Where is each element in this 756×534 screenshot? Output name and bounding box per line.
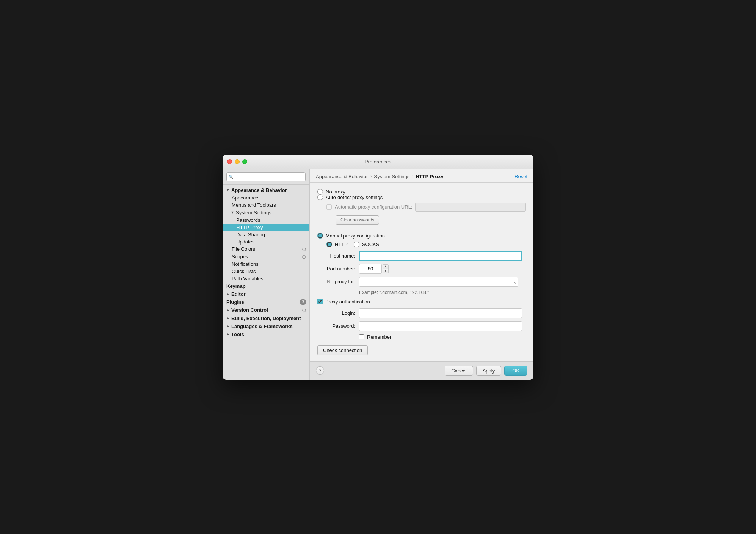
arrow-right-tools-icon bbox=[226, 332, 230, 336]
sidebar-item-file-colors[interactable]: File Colors ⊙ bbox=[223, 245, 309, 253]
breadcrumb-http-proxy: HTTP Proxy bbox=[416, 174, 443, 179]
no-proxy-radio[interactable] bbox=[317, 189, 323, 195]
sidebar-system-settings-label: System Settings bbox=[236, 210, 271, 215]
bottom-left: ? bbox=[316, 366, 324, 375]
remember-label: Remember bbox=[367, 334, 391, 340]
sidebar-item-system-settings[interactable]: System Settings bbox=[223, 209, 309, 217]
auto-detect-radio[interactable] bbox=[317, 195, 323, 200]
clear-passwords-wrap: Clear passwords bbox=[326, 215, 526, 229]
http-radio[interactable] bbox=[326, 242, 332, 247]
plugins-label: Plugins bbox=[226, 299, 244, 305]
no-proxy-for-label: No proxy for: bbox=[317, 279, 355, 284]
host-name-input[interactable] bbox=[359, 251, 522, 261]
bottom-right: Cancel Apply OK bbox=[445, 366, 527, 376]
sidebar-item-quick-lists[interactable]: Quick Lists bbox=[223, 268, 309, 275]
main-content: Appearance & Behavior › System Settings … bbox=[310, 169, 533, 380]
sidebar-item-http-proxy[interactable]: HTTP Proxy bbox=[223, 224, 309, 231]
password-input[interactable] bbox=[359, 321, 522, 331]
manual-proxy-radio[interactable] bbox=[317, 233, 323, 239]
sidebar-item-editor[interactable]: Editor bbox=[223, 290, 309, 298]
port-wrap: ▲ ▼ bbox=[359, 264, 389, 274]
file-colors-label: File Colors bbox=[232, 246, 255, 252]
example-text: Example: *.domain.com, 192.168.* bbox=[359, 290, 526, 295]
proxy-auth-row: Proxy authentication bbox=[317, 299, 526, 305]
no-proxy-for-input[interactable] bbox=[359, 277, 518, 287]
socks-label: SOCKS bbox=[362, 242, 380, 247]
check-connection-button[interactable]: Check connection bbox=[317, 345, 368, 355]
http-socks-row: HTTP SOCKS bbox=[326, 242, 526, 247]
host-name-row: Host name: bbox=[317, 251, 526, 261]
window-body: Appearance & Behavior Appearance Menus a… bbox=[223, 169, 533, 380]
manual-proxy-section: Manual proxy configuration HTTP SOCKS bbox=[317, 233, 526, 355]
password-label: Password: bbox=[317, 323, 355, 329]
auto-proxy-url-input[interactable] bbox=[415, 203, 526, 212]
login-row: Login: bbox=[317, 308, 526, 318]
breadcrumb-bar: Appearance & Behavior › System Settings … bbox=[310, 169, 533, 183]
vc-icon: ⊙ bbox=[302, 307, 306, 313]
breadcrumb-sep-1: › bbox=[370, 174, 372, 179]
proxy-auth-label: Proxy authentication bbox=[325, 299, 370, 305]
search-wrap bbox=[226, 172, 306, 181]
sidebar-section-label: Appearance & Behavior bbox=[231, 187, 287, 193]
sidebar-item-passwords[interactable]: Passwords bbox=[223, 217, 309, 224]
close-button[interactable] bbox=[227, 159, 232, 164]
version-control-label: Version Control bbox=[231, 307, 268, 313]
sidebar-item-notifications[interactable]: Notifications bbox=[223, 261, 309, 268]
auto-proxy-row: Automatic proxy configuration URL: bbox=[326, 203, 526, 212]
search-input[interactable] bbox=[226, 172, 306, 181]
http-label: HTTP bbox=[335, 242, 348, 247]
port-number-input[interactable] bbox=[359, 264, 382, 274]
arrow-right-lang-icon bbox=[226, 324, 230, 328]
help-button[interactable]: ? bbox=[316, 366, 324, 375]
port-number-row: Port number: ▲ ▼ bbox=[317, 264, 526, 274]
proxy-auth-checkbox[interactable] bbox=[317, 299, 323, 304]
auto-detect-row: Auto-detect proxy settings bbox=[317, 195, 526, 200]
sidebar-item-tools[interactable]: Tools bbox=[223, 330, 309, 338]
preferences-window: Preferences Appearance & Behavior Appear… bbox=[223, 155, 533, 380]
sidebar-item-build[interactable]: Build, Execution, Deployment bbox=[223, 314, 309, 322]
file-colors-icon: ⊙ bbox=[302, 246, 306, 252]
sidebar-item-languages[interactable]: Languages & Frameworks bbox=[223, 322, 309, 330]
port-increment-button[interactable]: ▲ bbox=[383, 264, 389, 269]
arrow-down-icon bbox=[226, 188, 230, 192]
reset-link[interactable]: Reset bbox=[514, 174, 527, 179]
sidebar-item-appearance-behavior[interactable]: Appearance & Behavior bbox=[223, 186, 309, 194]
sidebar-item-keymap[interactable]: Keymap bbox=[223, 282, 309, 290]
login-input[interactable] bbox=[359, 308, 522, 318]
host-name-label: Host name: bbox=[317, 253, 355, 259]
sidebar-item-scopes[interactable]: Scopes ⊙ bbox=[223, 253, 309, 261]
sidebar-item-menus-toolbars[interactable]: Menus and Toolbars bbox=[223, 201, 309, 209]
breadcrumb: Appearance & Behavior › System Settings … bbox=[316, 174, 444, 179]
breadcrumb-sep-2: › bbox=[412, 174, 413, 179]
languages-label: Languages & Frameworks bbox=[231, 324, 293, 329]
cancel-button[interactable]: Cancel bbox=[445, 366, 473, 376]
no-proxy-row: No proxy bbox=[317, 189, 526, 195]
remember-checkbox[interactable] bbox=[359, 334, 364, 339]
port-decrement-button[interactable]: ▼ bbox=[383, 269, 389, 273]
search-bar bbox=[223, 169, 309, 185]
ok-button[interactable]: OK bbox=[504, 366, 527, 376]
sidebar-item-updates[interactable]: Updates bbox=[223, 238, 309, 245]
no-proxy-for-wrap: ⤡ bbox=[359, 277, 518, 287]
sidebar-item-appearance[interactable]: Appearance bbox=[223, 194, 309, 201]
sidebar-item-plugins[interactable]: Plugins 3 bbox=[223, 298, 309, 306]
expand-icon: ⤡ bbox=[514, 281, 517, 285]
title-bar: Preferences bbox=[223, 155, 533, 169]
sidebar-item-data-sharing[interactable]: Data Sharing bbox=[223, 231, 309, 238]
arrow-right-vc-icon bbox=[226, 308, 230, 313]
apply-button[interactable]: Apply bbox=[476, 366, 502, 376]
traffic-lights bbox=[227, 159, 247, 164]
no-proxy-for-row: No proxy for: ⤡ bbox=[317, 277, 526, 287]
maximize-button[interactable] bbox=[242, 159, 247, 164]
sidebar-item-version-control[interactable]: Version Control ⊙ bbox=[223, 306, 309, 314]
minimize-button[interactable] bbox=[235, 159, 240, 164]
socks-radio[interactable] bbox=[354, 242, 359, 247]
sidebar: Appearance & Behavior Appearance Menus a… bbox=[223, 169, 310, 380]
auto-proxy-url-label: Automatic proxy configuration URL: bbox=[335, 204, 412, 210]
clear-passwords-button[interactable]: Clear passwords bbox=[336, 215, 379, 225]
auto-proxy-checkbox[interactable] bbox=[326, 204, 332, 210]
form-area: No proxy Auto-detect proxy settings Auto… bbox=[310, 183, 533, 361]
arrow-right-editor-icon bbox=[226, 292, 230, 296]
sidebar-item-path-variables[interactable]: Path Variables bbox=[223, 275, 309, 282]
arrow-right-build-icon bbox=[226, 316, 230, 320]
